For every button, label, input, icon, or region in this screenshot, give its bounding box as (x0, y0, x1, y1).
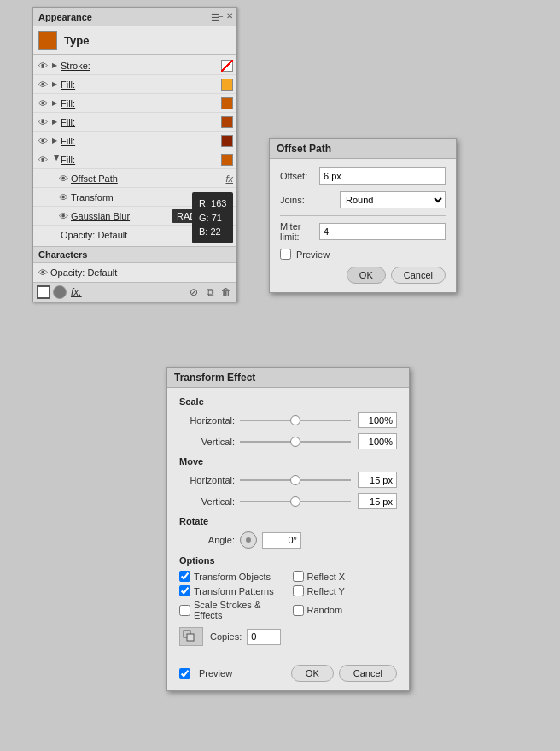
offset-input[interactable] (319, 167, 446, 185)
copies-label: Copies: (210, 631, 242, 642)
stroke-row: 👁 ▶ Stroke: (33, 56, 236, 75)
transform-preview-checkbox[interactable] (179, 668, 190, 679)
transform-patterns-checkbox[interactable] (179, 585, 190, 596)
copy-icon-btn[interactable]: ⧉ (203, 285, 217, 299)
opacity-label-2: Opacity: Default (50, 267, 233, 278)
move-section-label: Move (179, 456, 397, 466)
fill-label-3[interactable]: Fill: (61, 117, 219, 127)
transform-effect-dialog: Transform Effect Scale Horizontal: Verti… (166, 367, 410, 691)
preview-checkbox[interactable] (280, 249, 291, 260)
scale-horizontal-row: Horizontal: (179, 412, 397, 428)
joins-label: Joins: (280, 195, 340, 205)
fill-label-5[interactable]: Fill: (61, 155, 219, 165)
offset-ok-button[interactable]: OK (347, 267, 386, 284)
color-g: G: 71 (199, 211, 226, 226)
transform-cancel-button[interactable]: Cancel (339, 665, 397, 682)
move-horizontal-thumb[interactable] (290, 475, 300, 485)
reflect-x-checkbox[interactable] (293, 571, 304, 582)
color-r: R: 163 (199, 197, 226, 211)
transform-preview-label: Preview (199, 668, 286, 678)
eye-icon-fill4[interactable]: 👁 (37, 135, 49, 147)
scale-horizontal-label: Horizontal: (179, 415, 235, 425)
offset-cancel-button[interactable]: Cancel (391, 267, 446, 284)
move-vertical-thumb[interactable] (290, 496, 300, 507)
scale-horizontal-input[interactable] (358, 412, 397, 428)
move-horizontal-label: Horizontal: (179, 475, 235, 485)
transform-patterns-label: Transform Patterns (194, 586, 274, 596)
move-vertical-input[interactable] (358, 493, 397, 509)
arrow-icon-fill1[interactable]: ▶ (50, 79, 59, 91)
scale-horizontal-track[interactable] (240, 420, 351, 421)
angle-dial[interactable] (240, 531, 257, 549)
fill-swatch-2 (221, 97, 233, 109)
fill-label-4[interactable]: Fill: (61, 136, 219, 146)
eye-icon-fill1[interactable]: 👁 (37, 79, 49, 91)
arrow-icon-fill2[interactable]: ▶ (50, 97, 59, 109)
no-icon-btn[interactable]: ⊘ (187, 285, 201, 299)
offset-path-label[interactable]: Offset Path (71, 173, 225, 184)
reflect-y-checkbox[interactable] (293, 585, 304, 596)
random-checkbox[interactable] (293, 605, 304, 616)
type-header: Type (33, 26, 236, 55)
miter-input[interactable] (319, 223, 446, 240)
fill-row-4: 👁 ▶ Fill: (33, 132, 236, 150)
transform-footer: Preview OK Cancel (167, 660, 409, 690)
characters-section: Characters (33, 246, 236, 263)
joins-select[interactable]: Round Miter Bevel (340, 191, 446, 208)
fill-row-5: 👁 ▶ Fill: (33, 150, 236, 169)
eye-icon-fill5[interactable]: 👁 (37, 154, 49, 166)
eye-icon-offset[interactable]: 👁 (57, 173, 69, 185)
eye-icon-blur[interactable]: 👁 (57, 210, 69, 222)
trash-icon-btn[interactable]: 🗑 (219, 285, 233, 299)
offset-label: Offset: (280, 171, 319, 181)
scale-section-label: Scale (179, 396, 397, 407)
eye-icon-fill3[interactable]: 👁 (37, 116, 49, 128)
angle-row: Angle: (179, 531, 397, 549)
fill-row-1: 👁 ▶ Fill: (33, 75, 236, 94)
joins-row: Joins: Round Miter Bevel (280, 191, 446, 208)
move-vertical-label: Vertical: (179, 496, 235, 507)
arrow-icon-fill4[interactable]: ▶ (50, 135, 59, 147)
eye-icon-opacity2[interactable]: 👁 (37, 267, 49, 279)
move-horizontal-input[interactable] (358, 472, 397, 488)
scale-vertical-track[interactable] (240, 441, 351, 443)
transform-patterns-option: Transform Patterns (179, 585, 284, 596)
copies-input[interactable] (247, 629, 281, 645)
eye-icon-fill2[interactable]: 👁 (37, 97, 49, 109)
copies-row: Copies: (179, 627, 397, 646)
copies-icon (179, 627, 203, 646)
eye-icon-transform[interactable]: 👁 (57, 191, 69, 203)
scale-horizontal-thumb[interactable] (290, 415, 300, 425)
scale-vertical-input[interactable] (358, 433, 397, 449)
fill-label-2[interactable]: Fill: (61, 98, 219, 109)
eye-icon-stroke[interactable]: 👁 (37, 60, 49, 72)
panel-menu-icon[interactable]: ☰ (211, 12, 219, 23)
scale-vertical-thumb[interactable] (290, 437, 300, 447)
arrow-icon-fill3[interactable]: ▶ (50, 116, 59, 128)
move-vertical-track[interactable] (240, 501, 351, 502)
square-icon-btn[interactable] (37, 285, 50, 299)
arrow-icon-stroke[interactable]: ▶ (50, 60, 59, 72)
reflect-x-label: Reflect X (307, 572, 346, 582)
gaussian-blur-label[interactable]: Gaussian Blur (71, 211, 166, 221)
transform-ok-button[interactable]: OK (291, 665, 334, 682)
fx-btn[interactable]: fx. (71, 286, 82, 298)
transform-objects-checkbox[interactable] (179, 571, 190, 582)
transform-dialog-buttons: OK Cancel (291, 665, 397, 682)
scale-strokes-checkbox[interactable] (179, 605, 190, 616)
transform-objects-option: Transform Objects (179, 571, 284, 582)
offset-path-fx[interactable]: fx (225, 173, 233, 184)
fill-swatch-1 (221, 79, 233, 91)
angle-input[interactable] (262, 532, 301, 549)
arrow-icon-fill5[interactable]: ▶ (49, 155, 61, 164)
fill-label-1[interactable]: Fill: (61, 79, 219, 90)
circle-icon-btn[interactable] (53, 285, 67, 299)
options-section-label: Options (179, 555, 397, 566)
stroke-label[interactable]: Stroke: (61, 61, 219, 71)
close-icon[interactable]: ✕ (226, 11, 233, 21)
scale-strokes-option: Scale Strokes & Effects (179, 600, 284, 620)
panel-titlebar: Appearance – ✕ ☰ (33, 8, 236, 26)
reflect-y-label: Reflect Y (307, 586, 345, 596)
fill-swatch-3 (221, 116, 233, 128)
move-horizontal-track[interactable] (240, 479, 351, 481)
